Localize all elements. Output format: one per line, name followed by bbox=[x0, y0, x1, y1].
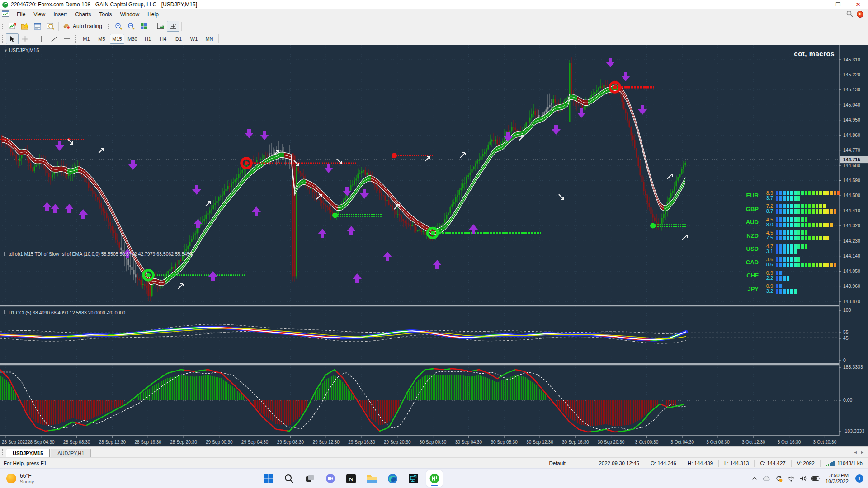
tray-chevron-up-icon[interactable] bbox=[750, 474, 759, 483]
onedrive-cloud-icon[interactable] bbox=[763, 474, 771, 483]
notification-badge-icon[interactable] bbox=[857, 11, 863, 18]
currency-strength-meter: EUR8.93.7GBP7.28.7AUD4.58.0NZD4.57.5USD4… bbox=[742, 189, 840, 296]
indicators-arrow-button[interactable] bbox=[154, 21, 167, 32]
taskbar-icon-search[interactable] bbox=[281, 470, 297, 487]
menu-item-tools[interactable]: Tools bbox=[95, 10, 116, 19]
maximize-button[interactable]: ❐ bbox=[828, 0, 848, 9]
vertical-line-tool-button[interactable] bbox=[35, 33, 48, 44]
time-tick: 3 Oct 20:30 bbox=[813, 440, 837, 445]
time-tick: 30 Sep 04:30 bbox=[455, 440, 482, 445]
time-tick: 3 Oct 12:30 bbox=[742, 440, 765, 445]
taskbar-icon-edge[interactable] bbox=[385, 470, 401, 487]
toolbar-grip[interactable] bbox=[75, 35, 77, 43]
weather-temp: 66°F bbox=[20, 473, 34, 479]
taskbar-icon-start[interactable] bbox=[260, 470, 276, 487]
timeframe-d1[interactable]: D1 bbox=[171, 34, 186, 44]
price-tick: 144.050 bbox=[843, 268, 860, 274]
time-tick: 29 Sep 12:30 bbox=[312, 440, 340, 445]
connection-status: 11043/1 kb bbox=[820, 460, 868, 467]
price-tick: 144.950 bbox=[843, 117, 860, 122]
timeframe-m15[interactable]: M15 bbox=[110, 34, 124, 44]
chart-tab-usdjpy-m15[interactable]: USDJPY,M15 bbox=[6, 449, 50, 458]
taskbar-icon-metatrader[interactable] bbox=[426, 470, 443, 487]
trade-signals bbox=[0, 82, 687, 280]
autotrading-label: AutoTrading bbox=[73, 23, 102, 29]
wifi-icon[interactable] bbox=[787, 474, 795, 483]
strength-row-aud: AUD4.58.0 bbox=[742, 216, 840, 229]
timeframe-mn[interactable]: MN bbox=[202, 34, 217, 44]
sync-icon[interactable] bbox=[775, 474, 783, 483]
taskbar-icons: N bbox=[260, 470, 443, 487]
toolbar-grip[interactable] bbox=[108, 22, 110, 30]
clock-date: 10/3/2022 bbox=[826, 479, 849, 484]
timeframe-m1[interactable]: M1 bbox=[79, 34, 94, 44]
tdi-tick: 0 bbox=[843, 357, 846, 363]
battery-icon[interactable] bbox=[811, 474, 820, 483]
new-chart-button[interactable] bbox=[6, 21, 19, 32]
menu-item-view[interactable]: View bbox=[29, 10, 49, 19]
time-tick: 28 Sep 20:30 bbox=[170, 440, 197, 445]
chart-area[interactable]: 145.310145.220145.130145.040144.950144.8… bbox=[0, 45, 868, 446]
taskbar-clock[interactable]: 3:50 PM 10/3/2022 bbox=[826, 473, 849, 484]
minimize-button[interactable]: ─ bbox=[808, 0, 828, 9]
horizontal-line-tool-button[interactable] bbox=[61, 33, 73, 44]
time-tick: 28 Sep 04:30 bbox=[28, 440, 55, 445]
taskbar-icon-file-explorer[interactable] bbox=[364, 470, 380, 487]
crosshair-tool-button[interactable] bbox=[19, 33, 31, 44]
pane-separator bbox=[0, 363, 868, 365]
timeframe-h4[interactable]: H4 bbox=[156, 34, 170, 44]
profiles-button[interactable] bbox=[19, 21, 31, 32]
price-tick: 145.130 bbox=[843, 87, 860, 92]
toolbar-grip[interactable] bbox=[2, 448, 4, 456]
chart-symbol-label: ▼USDJPY,M15 bbox=[4, 47, 39, 53]
chart-tab-audjpy-h1[interactable]: AUDJPY,H1 bbox=[51, 449, 91, 458]
price-tick: 144.500 bbox=[843, 192, 860, 198]
toolbar-line-studies: M1M5M15M30H1H4D1W1MN bbox=[0, 33, 868, 46]
timeframe-m5[interactable]: M5 bbox=[94, 34, 109, 44]
chart-canvas[interactable]: 145.310145.220145.130145.040144.950144.8… bbox=[0, 45, 868, 446]
toolbar-grip[interactable] bbox=[2, 22, 4, 30]
current-price-text: 144.715 bbox=[843, 157, 860, 162]
toolbar-grip[interactable] bbox=[2, 35, 4, 43]
autotrading-button[interactable]: AutoTrading bbox=[61, 20, 106, 32]
volume-icon[interactable] bbox=[799, 474, 807, 483]
navigator-button[interactable] bbox=[44, 21, 57, 32]
timeframe-h1[interactable]: H1 bbox=[141, 34, 155, 44]
taskbar-icon-task-view[interactable] bbox=[302, 470, 318, 487]
status-segment-4: L: 144.313 bbox=[718, 460, 754, 467]
taskbar-icon-notion[interactable]: N bbox=[343, 470, 359, 487]
price-tick: 144.140 bbox=[843, 253, 860, 258]
tdi-tick: 100 bbox=[843, 307, 851, 313]
taskbar-icon-chat[interactable] bbox=[322, 470, 339, 487]
market-watch-button[interactable] bbox=[31, 21, 44, 32]
menu-item-help[interactable]: Help bbox=[143, 10, 163, 19]
time-tick: 30 Sep 16:30 bbox=[562, 440, 589, 445]
price-tick: 145.220 bbox=[843, 72, 860, 77]
menu-item-charts[interactable]: Charts bbox=[71, 10, 95, 19]
cursor-tool-button[interactable] bbox=[6, 33, 19, 44]
close-button[interactable]: ✕ bbox=[848, 0, 868, 9]
notification-count-badge[interactable]: 1 bbox=[855, 474, 863, 483]
menu-item-window[interactable]: Window bbox=[116, 10, 144, 19]
trendline-tool-button[interactable] bbox=[48, 33, 61, 44]
svg-text:N: N bbox=[349, 475, 354, 482]
status-segment-5: C: 144.427 bbox=[754, 460, 791, 467]
white-arrow bbox=[460, 153, 465, 158]
tile-windows-button[interactable] bbox=[137, 21, 150, 32]
time-tick: 3 Oct 00:30 bbox=[635, 440, 659, 445]
timeframe-w1[interactable]: W1 bbox=[187, 34, 201, 44]
zoom-in-button[interactable] bbox=[112, 21, 125, 32]
menu-item-file[interactable]: File bbox=[13, 10, 29, 19]
zoom-out-button[interactable] bbox=[125, 21, 137, 32]
menu-item-insert[interactable]: Insert bbox=[49, 10, 71, 19]
timeframe-m30[interactable]: M30 bbox=[125, 34, 140, 44]
tab-scroll-arrows[interactable]: ◄ ► bbox=[854, 450, 865, 455]
status-segment-1: 2022.09.30 12:45 bbox=[593, 460, 645, 467]
cursor-axis-button[interactable] bbox=[167, 21, 179, 32]
taskbar-icon-screen-recorder[interactable] bbox=[406, 470, 422, 487]
price-tick: 145.040 bbox=[843, 102, 860, 108]
chart-window-icon bbox=[2, 10, 9, 18]
time-tick: 29 Sep 16:30 bbox=[348, 440, 375, 445]
search-icon[interactable] bbox=[846, 10, 853, 19]
weather-widget[interactable]: 66°F Sunny bbox=[6, 473, 106, 485]
